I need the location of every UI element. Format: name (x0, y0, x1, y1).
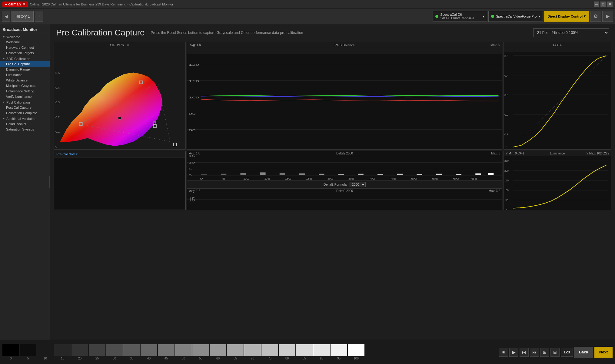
gray-swatch-15[interactable]: 15 (54, 344, 71, 360)
gray-swatch-10[interactable]: 10 (37, 344, 54, 360)
gray-swatch-90[interactable]: 90 (313, 344, 330, 360)
svg-text:80: 80 (450, 149, 457, 150)
next-button[interactable]: Next (594, 347, 613, 358)
sidebar-item-multipoint-grayscale[interactable]: Multipoint Grayscale (0, 83, 50, 88)
sidebar-item-calibration-targets[interactable]: Calibration Targets (0, 50, 50, 56)
ddc-chevron-icon: ▾ (584, 14, 586, 18)
gray-swatch-85[interactable]: 85 (296, 344, 313, 360)
sidebar-item-white-balance[interactable]: White Balance (0, 78, 50, 83)
swatch-label-80: 80 (285, 357, 289, 360)
luminance-title: Luminance (550, 152, 565, 155)
swatch-label-15: 15 (61, 357, 64, 360)
device1-info: SpectraCal C6 * ASUS ProArt PA32UCX (440, 13, 474, 20)
sidebar-item-dynamic-range[interactable]: Dynamic Range (0, 67, 50, 72)
deltae2-avg: Avg: 1.2 (189, 189, 200, 193)
svg-text:55: 55 (432, 177, 438, 180)
sidebar-item-pre-cal-capture[interactable]: Pre Cal Capture (0, 61, 50, 67)
device1-chevron-icon: ▾ (483, 14, 484, 18)
titlebar-controls: ─ □ ✕ (594, 2, 613, 7)
sidebar-item-colorchecker[interactable]: ColorChecker (0, 121, 50, 127)
swatch-label-40: 40 (147, 357, 151, 360)
gray-swatch-20[interactable]: 20 (71, 344, 88, 360)
validation-section-label: Additional Validation (6, 117, 36, 121)
gray-swatch-100[interactable]: 100 (348, 344, 364, 360)
grid-button[interactable]: ⊟ (550, 348, 560, 357)
deltae-formula-dropdown[interactable]: 2000 (349, 182, 366, 187)
gray-swatch-30[interactable]: 30 (106, 344, 123, 360)
gray-swatch-70[interactable]: 70 (244, 344, 261, 360)
svg-text:70: 70 (418, 149, 425, 150)
gray-swatch-50[interactable]: 50 (175, 344, 192, 360)
svg-rect-104 (397, 174, 403, 175)
bottom-bar: 0 5 10 15 20 25 30 35 40 45 50 55 60 65 (0, 340, 615, 364)
skip-back-button[interactable]: ⏮ (530, 348, 539, 357)
history-tab[interactable]: History 1 (12, 11, 34, 22)
sidebar-item-colorspace-setting[interactable]: Colorspace Setting (0, 88, 50, 94)
gray-swatch-40[interactable]: 40 (141, 344, 157, 360)
settings-button[interactable]: ⊞ (540, 348, 549, 357)
titlebar-left: ● calman ▾ Calman 2020 Calman Ultimate f… (2, 2, 173, 7)
sidebar-item-calibration-complete[interactable]: Calibration Complete (0, 110, 50, 116)
svg-text:⊳: ⊳ (155, 122, 157, 125)
sidebar-item-luminance[interactable]: Luminance (0, 72, 50, 78)
sdr-section-label: SDR Calibration (6, 57, 30, 61)
logo-dropdown-icon[interactable]: ▾ (22, 2, 26, 6)
sidebar-section-sdr[interactable]: ▼ SDR Calibration (0, 56, 50, 61)
stop-button[interactable]: ■ (499, 348, 508, 357)
sidebar-section-post[interactable]: ▼ Post Calibration (0, 99, 50, 105)
swatch-color-20 (71, 344, 88, 356)
sidebar-collapse-button[interactable]: ◀ (49, 176, 50, 188)
history-tab-label: History 1 (15, 14, 30, 18)
gray-swatch-80[interactable]: 80 (279, 344, 295, 360)
sidebar-item-verify-luminance[interactable]: Verify Luminance (0, 94, 50, 99)
close-button[interactable]: ✕ (607, 2, 613, 7)
arrow-button[interactable]: ▶ (602, 11, 613, 22)
notes-textarea[interactable] (54, 157, 185, 209)
play-button[interactable]: ▶ (509, 348, 518, 357)
swatch-label-70: 70 (251, 357, 254, 360)
sidebar-item-saturation-sweeps[interactable]: Saturation Sweeps (0, 127, 50, 132)
sidebar-item-post-cal-capture[interactable]: Post Cal Capture (0, 105, 50, 110)
svg-text:60: 60 (387, 149, 394, 150)
gray-swatch-0[interactable]: 0 (2, 344, 19, 360)
maximize-button[interactable]: □ (600, 2, 606, 7)
svg-text:40: 40 (369, 177, 375, 180)
direct-display-control-dropdown[interactable]: Direct Display Control ▾ (544, 11, 589, 22)
notes-panel: Pre-Cal Notes: (54, 151, 186, 210)
spectraCal-videoforge-dropdown[interactable]: SpectraCal VideoForge Pro ▾ (488, 11, 543, 22)
back-button[interactable]: Back (574, 347, 593, 358)
swatch-color-30 (106, 344, 123, 356)
sidebar-section-welcome[interactable]: ▼ Welcome (0, 34, 50, 39)
gray-swatch-25[interactable]: 25 (89, 344, 105, 360)
sidebar-title: Broadcast Monitor (0, 25, 50, 34)
swatch-color-25 (89, 344, 105, 356)
gray-swatch-95[interactable]: 95 (331, 344, 347, 360)
logo-text: calman (8, 2, 21, 6)
gray-swatch-65[interactable]: 65 (227, 344, 244, 360)
toolbar-back-button[interactable]: ◀ (2, 11, 10, 22)
deltae1-max: Max: 3 (491, 152, 500, 155)
gear-button[interactable]: ⚙ (590, 11, 601, 22)
titlebar-title: Calman 2020 Calman Ultimate for Business… (30, 2, 173, 6)
svg-rect-105 (417, 174, 422, 175)
svg-rect-101 (338, 174, 344, 175)
svg-text:0: 0 (200, 177, 203, 180)
series-dropdown[interactable]: 21 Point 5% step 0-100% (533, 28, 609, 37)
sidebar-item-hardware-connect[interactable]: Hardware Connect (0, 45, 50, 50)
gray-swatch-45[interactable]: 45 (158, 344, 175, 360)
swatch-color-15 (54, 344, 71, 356)
sidebar-item-welcome[interactable]: Welcome (0, 39, 50, 45)
svg-text:0.4: 0.4 (55, 86, 60, 89)
sidebar-section-validation[interactable]: ▼ Additional Validation (0, 116, 50, 121)
gray-swatch-5[interactable]: 5 (20, 344, 36, 360)
skip-forward-button[interactable]: ⏭ (520, 348, 529, 357)
toolbar: ◀ History 1 + SpectraCal C6 * ASUS ProAr… (0, 8, 615, 24)
gray-swatch-35[interactable]: 35 (123, 344, 140, 360)
minimize-button[interactable]: ─ (594, 2, 599, 7)
svg-text:5: 5 (189, 167, 192, 170)
gray-swatch-75[interactable]: 75 (261, 344, 278, 360)
gray-swatch-60[interactable]: 60 (210, 344, 226, 360)
spectraCal-c6-dropdown[interactable]: SpectraCal C6 * ASUS ProArt PA32UCX ▾ (433, 11, 487, 22)
gray-swatch-55[interactable]: 55 (192, 344, 209, 360)
history-add-button[interactable]: + (35, 11, 43, 22)
